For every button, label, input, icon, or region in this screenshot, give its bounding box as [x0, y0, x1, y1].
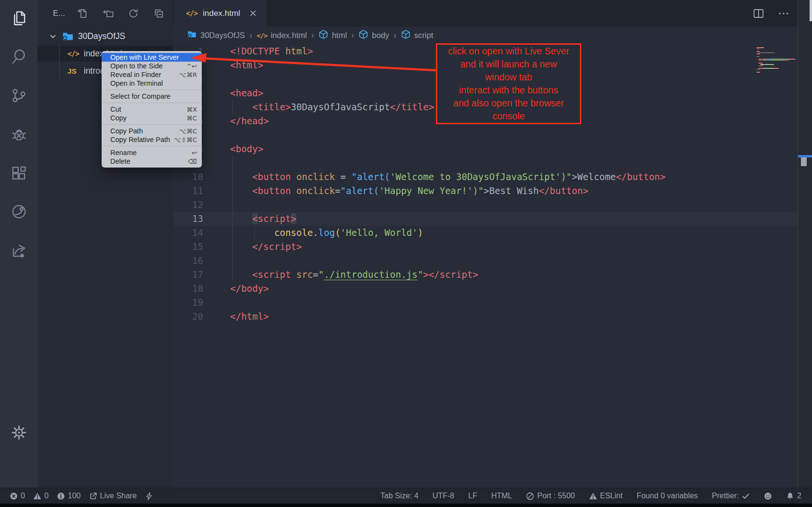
editor-actions — [752, 0, 798, 26]
symbol-cube-icon — [401, 29, 411, 41]
activity-share[interactable] — [0, 241, 38, 262]
collapse-all-icon — [153, 8, 165, 19]
folder-icon — [62, 30, 74, 43]
status-feedback[interactable] — [764, 492, 772, 500]
menu-item-open-to-the-side[interactable]: Open to the Side ^↩ — [102, 62, 202, 70]
split-editor-icon[interactable] — [752, 7, 765, 20]
debug-icon — [10, 126, 28, 145]
new-file-button[interactable] — [77, 8, 88, 19]
indent-guide — [232, 100, 233, 114]
menu-item-open-with-live-server[interactable]: Open with Live Server — [102, 53, 202, 62]
breadcrumb-index-html[interactable]: </>index.html — [257, 31, 307, 40]
status-tab-size[interactable]: Tab Size: 4 — [380, 492, 419, 500]
refresh-explorer-button[interactable] — [128, 8, 139, 19]
menu-item-copy-relative-path[interactable]: Copy Relative Path ⌥⇧⌘C — [102, 135, 202, 144]
symbol-cube-icon — [358, 29, 368, 41]
annotation-text-line: click on open with Live Sever — [437, 45, 580, 58]
menu-separator — [102, 90, 201, 90]
code-line-19[interactable]: 19 — [173, 296, 798, 310]
warning-icon — [33, 492, 41, 500]
activity-search[interactable] — [0, 47, 38, 68]
folder-label: 30DaysOfJS — [78, 31, 125, 41]
tab-strip: </> index.html — [173, 0, 798, 26]
status-eslint[interactable]: ESLint — [589, 492, 623, 500]
tab-close-icon[interactable] — [249, 10, 257, 17]
menu-item-copy[interactable]: Copy ⌘C — [102, 114, 202, 122]
status-info[interactable]: 100 — [57, 492, 81, 500]
activity-live-share[interactable] — [0, 202, 38, 223]
minimap[interactable] — [757, 47, 798, 73]
explorer-title: E... — [53, 9, 65, 18]
breadcrumb-body[interactable]: body — [358, 29, 389, 41]
status-port[interactable]: Port : 5500 — [526, 492, 575, 500]
code-line-7[interactable]: 7 — [173, 128, 798, 142]
error-icon — [10, 492, 18, 500]
status-eol[interactable]: LF — [468, 492, 477, 500]
new-file-icon — [77, 8, 88, 19]
code-line-16[interactable]: 16 — [173, 254, 798, 268]
status-variables[interactable]: Found 0 variables — [637, 492, 698, 500]
code-line-15[interactable]: 15 </script> — [173, 240, 798, 254]
new-folder-button[interactable] — [102, 8, 114, 19]
status-right: Tab Size: 4 UTF-8 LF HTML Port : 5500 ES… — [380, 492, 812, 500]
share-icon — [10, 242, 28, 261]
more-actions-icon[interactable] — [777, 7, 790, 20]
menu-item-open-in-terminal[interactable]: Open in Terminal — [102, 79, 202, 88]
source-control-icon — [10, 87, 28, 106]
extensions-icon — [10, 164, 28, 184]
menu-item-delete[interactable]: Delete ⌫ — [102, 157, 202, 166]
menu-shortcut: ⌘C — [186, 115, 197, 122]
activity-extensions[interactable] — [0, 163, 38, 184]
collapse-folders-button[interactable] — [153, 8, 165, 19]
status-language-mode[interactable]: HTML — [491, 492, 512, 500]
menu-item-copy-path[interactable]: Copy Path ⌥⌘C — [102, 127, 202, 135]
live-share-circle-icon — [10, 203, 28, 222]
status-errors[interactable]: 0 — [10, 492, 25, 500]
tab-index-html[interactable]: </> index.html — [174, 0, 267, 26]
smiley-icon — [764, 492, 772, 500]
code-line-10[interactable]: 10 <button onclick = "alert('Welcome to … — [173, 170, 798, 184]
code-line-17[interactable]: 17 <script src="./introduction.js"></scr… — [173, 268, 798, 282]
menu-item-cut[interactable]: Cut ⌘X — [102, 105, 202, 114]
breadcrumb-html[interactable]: html — [318, 29, 347, 41]
menu-shortcut: ↩ — [192, 149, 197, 156]
breadcrumb-30DaysOfJS[interactable]: 30DaysOfJS — [187, 29, 245, 41]
window-bottom-edge — [0, 504, 812, 507]
breadcrumb-script[interactable]: script — [401, 29, 433, 41]
scrollbar-thumb[interactable] — [801, 157, 807, 166]
activity-source-control[interactable] — [0, 86, 38, 107]
status-bolt[interactable] — [145, 492, 153, 500]
status-encoding[interactable]: UTF-8 — [432, 492, 454, 500]
activity-explorer[interactable] — [0, 9, 38, 30]
port-icon — [526, 492, 534, 500]
code-line-8[interactable]: 8<body> — [173, 142, 798, 156]
code-line-20[interactable]: 20</html> — [173, 310, 798, 324]
js-icon: JS — [67, 67, 84, 76]
menu-item-rename[interactable]: Rename ↩ — [102, 148, 202, 157]
code-line-9[interactable]: 9 — [173, 156, 798, 170]
code-line-18[interactable]: 18</body> — [173, 282, 798, 296]
code-line-11[interactable]: 11 <button onclick="alert('Happy New Yea… — [173, 184, 798, 198]
status-notifications[interactable]: 2 — [786, 492, 801, 500]
status-live-share[interactable]: Live Share — [89, 492, 137, 500]
activity-settings[interactable] — [0, 423, 38, 444]
menu-separator — [102, 146, 201, 146]
code-line-13[interactable]: 13 <script> — [173, 212, 798, 226]
code-line-12[interactable]: 12 — [173, 198, 798, 212]
status-warnings[interactable]: 0 — [33, 492, 49, 500]
menu-item-reveal-in-finder[interactable]: Reveal in Finder ⌥⌘R — [102, 70, 202, 79]
activity-run-debug[interactable] — [0, 125, 38, 146]
folder-row-root[interactable]: 30DaysOfJS — [38, 28, 173, 44]
folder-icon — [187, 29, 197, 41]
new-folder-icon — [102, 8, 114, 19]
code-line-14[interactable]: 14 console.log('Hello, World') — [173, 226, 798, 240]
breadcrumb-separator: › — [249, 30, 252, 40]
status-prettier[interactable]: Prettier: — [712, 492, 750, 500]
live-share-icon — [89, 492, 97, 500]
menu-shortcut: ⌘X — [186, 106, 197, 113]
menu-shortcut: ^↩ — [186, 63, 197, 70]
menu-item-select-for-compare[interactable]: Select for Compare — [102, 92, 202, 101]
tab-label: index.html — [203, 9, 240, 18]
annotation-text-line: and it will launch a new — [437, 58, 580, 71]
annotation-text-line: interact with the buttons — [437, 84, 580, 97]
